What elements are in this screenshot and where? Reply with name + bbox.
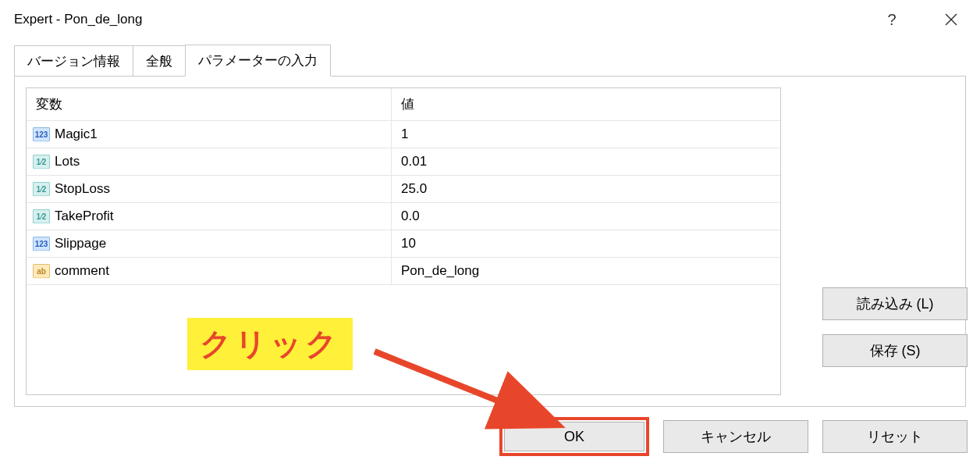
button-label: リセット [867, 427, 923, 446]
variable-cell[interactable]: 1⁄2TakeProfit [27, 203, 392, 230]
variable-cell[interactable]: 123Magic1 [27, 121, 392, 148]
variable-cell[interactable]: 1⁄2StopLoss [27, 176, 392, 202]
variable-cell[interactable]: 123Slippage [27, 230, 392, 257]
int-type-icon: 123 [33, 127, 50, 141]
variable-name: TakeProfit [55, 209, 114, 224]
value-cell[interactable]: 0.0 [392, 203, 780, 230]
click-annotation: クリック [187, 318, 353, 370]
variable-cell[interactable]: abcomment [27, 258, 392, 284]
header-value[interactable]: 値 [392, 88, 780, 120]
expert-properties-dialog: Expert - Pon_de_long ? バージョン情報 全般 パラメーター… [0, 0, 980, 467]
table-row[interactable]: abcommentPon_de_long [27, 258, 780, 285]
reset-button[interactable]: リセット [822, 420, 968, 453]
value-cell[interactable]: 1 [392, 121, 780, 148]
titlebar-controls: ? [874, 5, 969, 34]
tab-inputs[interactable]: パラメーターの入力 [185, 45, 331, 77]
close-button[interactable] [933, 5, 969, 34]
str-type-icon: ab [33, 264, 50, 278]
table-header: 変数 値 [27, 88, 780, 121]
button-label: OK [564, 429, 584, 445]
variable-name: comment [55, 263, 109, 279]
window-title: Expert - Pon_de_long [14, 12, 142, 27]
int-type-icon: 123 [33, 237, 50, 251]
value-cell[interactable]: Pon_de_long [392, 258, 780, 284]
table-row[interactable]: 123Magic11 [27, 121, 780, 148]
close-icon [945, 13, 957, 26]
button-label: 保存 (S) [870, 341, 921, 360]
help-button[interactable]: ? [874, 5, 910, 34]
cancel-button[interactable]: キャンセル [663, 420, 808, 453]
table-row[interactable]: 123Slippage10 [27, 230, 780, 258]
variable-cell[interactable]: 1⁄2Lots [27, 148, 392, 175]
ok-button[interactable]: OK [504, 422, 644, 451]
footer-buttons: OK キャンセル リセット [499, 417, 968, 456]
variable-name: Lots [55, 154, 80, 169]
variable-name: Slippage [55, 236, 106, 251]
float-type-icon: 1⁄2 [33, 209, 50, 223]
load-button[interactable]: 読み込み (L) [822, 287, 968, 320]
value-cell[interactable]: 10 [392, 230, 780, 257]
button-label: 読み込み (L) [857, 294, 934, 313]
titlebar: Expert - Pon_de_long ? [0, 0, 980, 37]
button-label: キャンセル [701, 427, 771, 446]
table-row[interactable]: 1⁄2TakeProfit0.0 [27, 203, 780, 230]
tab-version-info[interactable]: バージョン情報 [14, 45, 133, 77]
variable-name: Magic1 [55, 127, 98, 142]
float-type-icon: 1⁄2 [33, 155, 50, 169]
side-buttons: 読み込み (L) 保存 (S) [822, 287, 968, 367]
table-row[interactable]: 1⁄2Lots0.01 [27, 148, 780, 176]
value-cell[interactable]: 25.0 [392, 176, 780, 202]
header-variable[interactable]: 変数 [27, 88, 392, 120]
parameters-table: 変数 値 123Magic111⁄2Lots0.011⁄2StopLoss25.… [26, 87, 781, 395]
tab-common[interactable]: 全般 [133, 45, 186, 77]
save-button[interactable]: 保存 (S) [822, 334, 968, 367]
float-type-icon: 1⁄2 [33, 182, 50, 196]
tab-label: バージョン情報 [27, 54, 120, 69]
tab-label: パラメーターの入力 [198, 53, 318, 68]
variable-name: StopLoss [55, 181, 110, 197]
tab-strip: バージョン情報 全般 パラメーターの入力 [0, 37, 980, 77]
tab-label: 全般 [146, 54, 172, 69]
ok-highlight: OK [499, 417, 649, 456]
value-cell[interactable]: 0.01 [392, 148, 780, 175]
table-row[interactable]: 1⁄2StopLoss25.0 [27, 176, 780, 203]
